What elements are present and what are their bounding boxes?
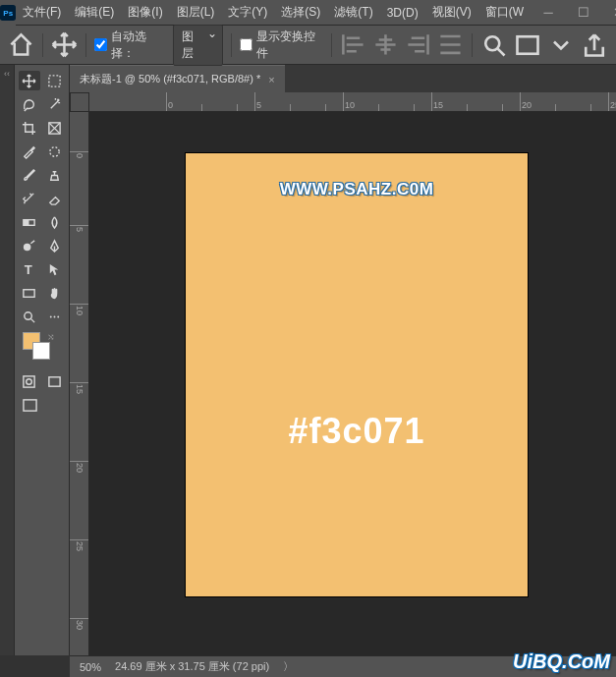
align-right-icon[interactable] — [405, 31, 431, 59]
swap-colors-icon[interactable]: ⤭ — [47, 332, 55, 342]
screenmode-full[interactable] — [19, 395, 40, 415]
document-tab[interactable]: 未标题-1 @ 50% (#f3c071, RGB/8#) * × — [70, 65, 285, 92]
history-brush-tool[interactable] — [19, 189, 40, 208]
vertical-ruler[interactable]: 051015202530 — [70, 112, 89, 655]
svg-point-17 — [27, 378, 32, 384]
search-icon[interactable] — [480, 31, 508, 59]
document-area: 未标题-1 @ 50% (#f3c071, RGB/8#) * × 051015… — [70, 65, 616, 655]
svg-rect-3 — [518, 36, 538, 54]
separator — [85, 33, 86, 57]
menu-bar: Ps 文件(F) 编辑(E) 图像(I) 图层(L) 文字(Y) 选择(S) 滤… — [0, 0, 616, 26]
svg-rect-8 — [24, 219, 29, 225]
auto-select-label: 自动选择： — [111, 28, 167, 62]
dodge-tool[interactable] — [19, 236, 40, 255]
zoom-tool[interactable] — [19, 307, 40, 326]
menu-select[interactable]: 选择(S) — [274, 4, 327, 21]
marquee-tool[interactable] — [44, 71, 66, 90]
crop-tool[interactable] — [19, 118, 40, 138]
ps-logo-icon: Ps — [0, 0, 16, 26]
eraser-tool[interactable] — [44, 189, 66, 208]
menu-file[interactable]: 文件(F) — [16, 4, 68, 21]
brush-tool[interactable] — [19, 165, 40, 185]
blur-tool[interactable] — [44, 212, 66, 232]
color-swatches[interactable]: ⤭ — [19, 332, 65, 362]
ruler-corner[interactable] — [70, 92, 89, 112]
toolbox: T ⤭ — [15, 65, 70, 655]
svg-point-6 — [50, 146, 59, 155]
collapse-icon: ‹‹ — [4, 69, 10, 655]
canvas-text-watermark: WWW.PSAHZ.C0M — [280, 180, 434, 199]
document-tab-title: 未标题-1 @ 50% (#f3c071, RGB/8#) * — [80, 72, 260, 86]
show-transform-check[interactable]: 显示变换控件 — [240, 28, 324, 62]
menu-window[interactable]: 窗口(W — [478, 4, 531, 21]
move-tool-icon[interactable] — [51, 31, 78, 59]
screenmode-tool[interactable] — [44, 371, 66, 391]
status-zoom[interactable]: 50% — [80, 661, 101, 673]
menu-layer[interactable]: 图层(L) — [170, 4, 222, 21]
canvas-viewport[interactable]: WWW.PSAHZ.C0M #f3c071 — [89, 112, 616, 655]
status-dimensions: 24.69 厘米 x 31.75 厘米 (72 ppi) — [115, 659, 269, 674]
eyedropper-tool[interactable] — [19, 141, 40, 161]
svg-rect-16 — [24, 375, 34, 386]
gradient-tool[interactable] — [19, 212, 40, 232]
svg-point-14 — [53, 315, 55, 317]
svg-text:T: T — [25, 262, 32, 277]
rectangle-tool[interactable] — [19, 283, 40, 303]
type-tool[interactable]: T — [19, 259, 40, 279]
path-selection-tool[interactable] — [44, 259, 66, 279]
tab-close-icon[interactable]: × — [268, 74, 274, 85]
svg-rect-19 — [23, 399, 35, 410]
distribute-icon[interactable] — [437, 31, 464, 59]
align-left-icon[interactable] — [340, 31, 366, 59]
svg-rect-11 — [24, 289, 34, 297]
horizontal-ruler[interactable]: 0510152025 — [89, 92, 616, 112]
screenmode-icon[interactable] — [514, 31, 541, 59]
lasso-tool[interactable] — [19, 94, 40, 114]
separator — [472, 33, 473, 57]
svg-point-13 — [50, 315, 52, 317]
menu-image[interactable]: 图像(I) — [121, 4, 169, 21]
ruler-area: 0510152025 051015202530 WWW.PSAHZ.C0M #f… — [70, 92, 616, 655]
background-color[interactable] — [32, 342, 50, 360]
show-transform-label: 显示变换控件 — [256, 28, 324, 62]
menu-view[interactable]: 视图(V) — [425, 4, 478, 21]
pen-tool[interactable] — [44, 236, 66, 255]
maximize-button[interactable]: ☐ — [566, 0, 601, 25]
show-transform-checkbox[interactable] — [240, 38, 252, 51]
chevron-down-icon[interactable] — [547, 31, 575, 59]
svg-rect-4 — [49, 75, 60, 85]
auto-select-checkbox[interactable] — [94, 38, 107, 51]
svg-text:Ps: Ps — [3, 9, 13, 18]
menu-edit[interactable]: 编辑(E) — [68, 4, 121, 21]
menu-type[interactable]: 文字(Y) — [221, 4, 274, 21]
status-arrow-icon[interactable]: 〉 — [283, 659, 294, 674]
minimize-button[interactable]: ─ — [531, 0, 566, 25]
options-bar: 自动选择： 图层 显示变换控件 — [0, 26, 616, 65]
page-watermark: UiBQ.CoM — [513, 650, 610, 673]
document-tabbar: 未标题-1 @ 50% (#f3c071, RGB/8#) * × — [70, 65, 616, 92]
home-button[interactable] — [8, 31, 34, 59]
svg-point-12 — [25, 311, 32, 319]
menu-3d[interactable]: 3D(D) — [380, 6, 425, 20]
move-tool[interactable] — [19, 71, 40, 90]
menu-filter[interactable]: 滤镜(T) — [327, 4, 379, 21]
more-tools[interactable] — [44, 307, 66, 326]
auto-select-target[interactable]: 图层 — [173, 25, 223, 66]
align-center-icon[interactable] — [372, 31, 399, 59]
svg-point-15 — [57, 315, 59, 317]
clone-stamp-tool[interactable] — [44, 165, 66, 185]
canvas[interactable]: WWW.PSAHZ.C0M #f3c071 — [186, 153, 528, 596]
magic-wand-tool[interactable] — [44, 94, 66, 114]
hand-tool[interactable] — [44, 283, 66, 303]
quickmask-tool[interactable] — [19, 371, 40, 391]
healing-tool[interactable] — [44, 141, 66, 161]
frame-tool[interactable] — [44, 118, 66, 138]
svg-point-9 — [24, 243, 31, 251]
svg-point-2 — [485, 36, 499, 50]
auto-select-check[interactable]: 自动选择： — [94, 28, 167, 62]
separator — [231, 33, 232, 57]
share-icon[interactable] — [581, 31, 608, 59]
panel-collapse-strip[interactable]: ‹‹ — [0, 65, 15, 655]
close-button[interactable]: ✕ — [601, 0, 616, 25]
svg-rect-18 — [49, 376, 60, 385]
